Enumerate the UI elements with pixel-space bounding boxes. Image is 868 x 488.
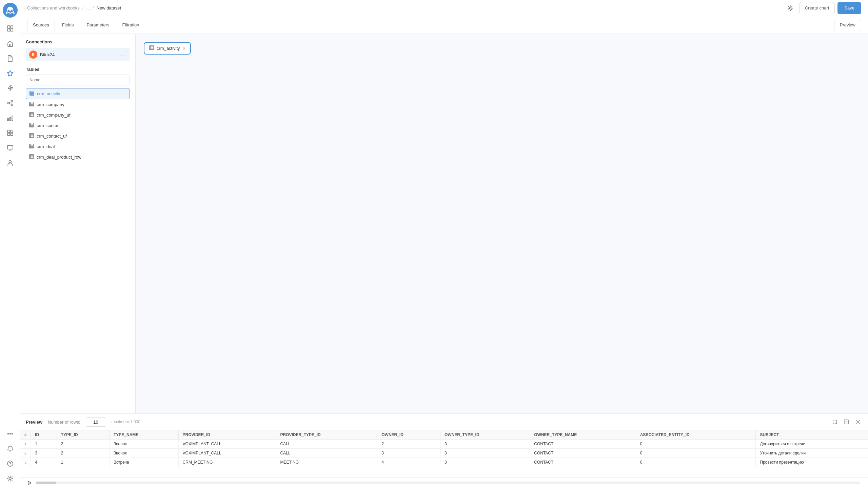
table-cell: 0: [636, 458, 756, 467]
horizontal-scrollbar-thumb[interactable]: [36, 482, 56, 484]
table-icon: [29, 91, 34, 97]
create-chart-button[interactable]: Create chart: [799, 2, 835, 14]
table-item-crm-activity[interactable]: crm_activity: [26, 88, 130, 99]
sidebar-item-apps[interactable]: [3, 22, 17, 35]
sidebar-item-grid[interactable]: [3, 126, 17, 140]
table-header-row: # ID TYPE_ID TYPE_NAME PROVIDER_ID PROVI…: [20, 430, 868, 440]
col-header-num: #: [20, 430, 31, 440]
svg-rect-12: [7, 119, 8, 121]
table-icon: [29, 102, 34, 107]
table-cell: 1: [57, 458, 109, 467]
table-cell: 2: [57, 449, 109, 458]
preview-rows-input[interactable]: [86, 417, 106, 427]
data-table-wrapper: # ID TYPE_ID TYPE_NAME PROVIDER_ID PROVI…: [20, 430, 868, 477]
table-item-crm-contact-uf[interactable]: crm_contact_uf: [26, 131, 130, 141]
sidebar-item-help[interactable]: [3, 457, 17, 470]
chip-close-button[interactable]: ×: [183, 46, 185, 51]
table-icon: [29, 154, 34, 160]
table-cell: 3: [20, 458, 31, 467]
table-item-crm-company[interactable]: crm_company: [26, 99, 130, 110]
table-cell: CONTACT: [530, 449, 636, 458]
col-header-provider-id: PROVIDER_ID: [178, 430, 276, 440]
col-header-provider-type-id: PROVIDER_TYPE_ID: [276, 430, 377, 440]
sidebar-item-more[interactable]: [3, 427, 17, 441]
preview-button[interactable]: Preview: [834, 19, 861, 31]
table-cell: 3: [31, 449, 57, 458]
play-button[interactable]: [26, 479, 33, 487]
svg-rect-19: [7, 145, 13, 149]
sidebar-item-bolt[interactable]: [3, 81, 17, 95]
table-item-crm-company-uf[interactable]: crm_company_uf: [26, 110, 130, 120]
sidebar-item-analytics[interactable]: [3, 111, 17, 125]
table-cell: 3: [440, 449, 530, 458]
settings-button[interactable]: [784, 2, 796, 14]
sidebar-item-monitor[interactable]: [3, 141, 17, 155]
table-item-crm-contact[interactable]: crm_contact: [26, 120, 130, 131]
table-name: crm_company_uf: [37, 113, 71, 118]
table-name: crm_activity: [37, 91, 60, 96]
tab-fields[interactable]: Fields: [56, 19, 80, 31]
breadcrumb-root[interactable]: Collections and workbooks: [27, 5, 80, 11]
topbar-actions: Create chart Save: [784, 2, 861, 14]
table-cell: 2: [20, 449, 31, 458]
connection-icon-text: B: [32, 53, 35, 57]
preview-split-button[interactable]: [842, 417, 851, 427]
tab-filtration[interactable]: Filtration: [117, 19, 145, 31]
connection-more-button[interactable]: ...: [119, 51, 126, 58]
connections-title: Connections: [26, 39, 130, 44]
app-logo[interactable]: [3, 3, 18, 18]
bottom-bar: [20, 477, 868, 488]
table-row: 232ЗвонокVOXIMPLANT_CALLCALL33CONTACT0Ут…: [20, 449, 868, 458]
sidebar-item-bell[interactable]: [3, 442, 17, 455]
table-cell: 3: [440, 458, 530, 467]
chip-table-icon: [149, 45, 154, 51]
tab-parameters[interactable]: Parameters: [81, 19, 115, 31]
sidebar-item-home[interactable]: [3, 37, 17, 50]
table-cell: VOXIMPLANT_CALL: [178, 440, 276, 449]
tables-search-input[interactable]: [26, 75, 130, 85]
table-cell: 2: [57, 440, 109, 449]
table-cell: Провести презентацию: [756, 458, 868, 467]
preview-expand-button[interactable]: [830, 417, 840, 427]
tab-sources[interactable]: Sources: [27, 19, 55, 31]
preview-rows-max: maximum 1 000: [112, 420, 140, 424]
breadcrumb-sep2: /: [93, 5, 94, 11]
breadcrumb-ellipsis[interactable]: ...: [86, 5, 90, 11]
canvas-area: crm_activity ×: [136, 34, 868, 413]
workspace: Connections B Bitrix24 ... Tables: [20, 34, 868, 413]
svg-rect-14: [12, 116, 13, 121]
horizontal-scrollbar-track[interactable]: [36, 482, 860, 484]
svg-rect-2: [7, 29, 10, 31]
preview-rows-label: Number of rows:: [48, 420, 80, 425]
table-cell: 2: [377, 440, 440, 449]
topbar: Collections and workbooks / ... / New da…: [20, 0, 868, 16]
table-name: crm_contact_uf: [37, 134, 67, 139]
sidebar-item-connections[interactable]: [3, 96, 17, 110]
preview-title: Preview: [26, 420, 42, 425]
tables-title: Tables: [26, 67, 130, 72]
table-cell: CALL: [276, 449, 377, 458]
sidebar-item-docs[interactable]: [3, 52, 17, 65]
preview-close-button[interactable]: [853, 417, 863, 427]
chip-table-name: crm_activity: [157, 46, 180, 51]
sidebar-item-favorites[interactable]: [3, 66, 17, 80]
col-header-subject: SUBJECT: [756, 430, 868, 440]
save-button[interactable]: Save: [837, 2, 861, 14]
svg-rect-13: [9, 117, 11, 121]
main-area: Collections and workbooks / ... / New da…: [20, 0, 868, 488]
sidebar-item-settings[interactable]: [3, 472, 17, 485]
table-name: crm_company: [37, 102, 64, 107]
connection-item-bitrix24[interactable]: B Bitrix24 ...: [26, 48, 130, 61]
col-header-owner-id: OWNER_ID: [377, 430, 440, 440]
col-header-owner-type-id: OWNER_TYPE_ID: [440, 430, 530, 440]
sidebar-item-user[interactable]: [3, 156, 17, 169]
tables-section: Tables crm_activity: [20, 64, 135, 413]
table-cell: CONTACT: [530, 458, 636, 467]
tabs-bar: Sources Fields Parameters Filtration Pre…: [20, 16, 868, 34]
left-panel: Connections B Bitrix24 ... Tables: [20, 34, 136, 413]
table-chip-crm-activity[interactable]: crm_activity ×: [144, 42, 191, 55]
table-item-crm-deal-product-row[interactable]: crm_deal_product_row: [26, 152, 130, 162]
col-header-associated-entity-id: ASSOCIATED_ENTITY_ID: [636, 430, 756, 440]
svg-line-10: [9, 102, 11, 103]
table-item-crm-deal[interactable]: crm_deal: [26, 141, 130, 152]
